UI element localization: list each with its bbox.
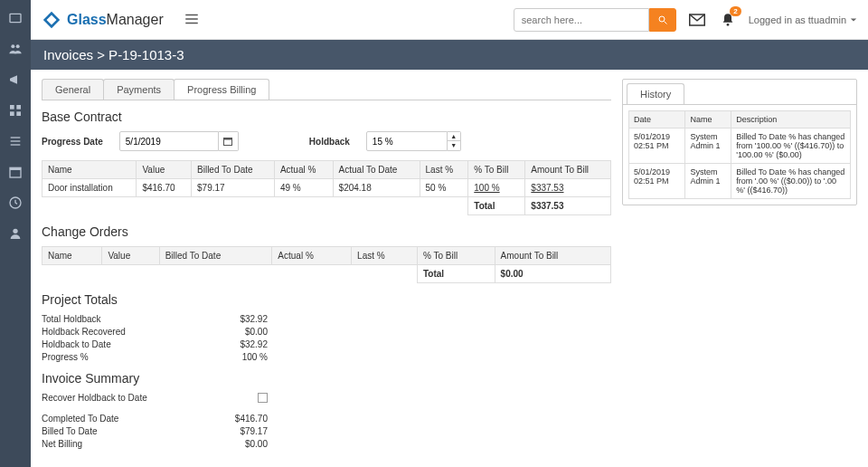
user-menu[interactable]: Logged in as ttuadmin — [749, 14, 857, 25]
logo-text-bold: Glass — [67, 12, 107, 27]
menu-toggle[interactable] — [184, 11, 200, 29]
sidebar-item-list[interactable] — [5, 130, 26, 152]
sidebar — [0, 0, 31, 467]
amount-to-bill-link[interactable]: $337.53 — [531, 183, 563, 193]
sidebar-item-dashboard[interactable] — [5, 7, 26, 29]
pct-to-bill-link[interactable]: 100 % — [474, 183, 499, 193]
notifications-button[interactable]: 2 — [718, 10, 738, 30]
login-label: Logged in as ttuadmin — [749, 14, 846, 25]
envelope-icon — [689, 14, 705, 26]
base-contract-title: Base Contract — [42, 110, 611, 124]
change-orders-table: Name Value Billed To Date Actual % Last … — [42, 246, 611, 283]
col-value: Value — [137, 161, 192, 179]
svg-rect-3 — [10, 105, 14, 110]
topbar: GlassManager 2 Logged in as ttuadmin — [31, 0, 868, 40]
svg-rect-5 — [10, 111, 14, 116]
project-totals-title: Project Totals — [42, 292, 611, 307]
spinner-down-icon[interactable]: ▼ — [448, 141, 460, 150]
history-table: Date Name Description 5/01/2019 02:51 PM… — [628, 110, 851, 199]
breadcrumb: Invoices > P-19-1013-3 — [31, 40, 868, 70]
svg-rect-16 — [185, 14, 198, 15]
col-pct-to-bill: % To Bill — [468, 161, 525, 179]
progress-date-input[interactable] — [119, 131, 219, 151]
sidebar-item-announce[interactable] — [5, 69, 26, 91]
holdback-label: Holdback — [309, 137, 350, 147]
col-actual-pct: Actual % — [274, 161, 333, 179]
svg-point-13 — [13, 229, 17, 234]
search-icon — [657, 14, 668, 25]
svg-rect-0 — [10, 14, 21, 22]
col-last-pct: Last % — [420, 161, 468, 179]
svg-rect-4 — [16, 105, 21, 110]
sidebar-item-calendar[interactable] — [5, 161, 26, 183]
change-orders-title: Change Orders — [42, 224, 611, 239]
svg-rect-18 — [185, 22, 198, 24]
notification-badge: 2 — [730, 6, 741, 16]
holdback-spinner[interactable]: ▲▼ — [448, 131, 461, 151]
holdback-input[interactable] — [366, 131, 448, 151]
svg-point-22 — [726, 24, 729, 26]
sidebar-item-time[interactable] — [5, 192, 26, 214]
history-panel: History Date Name Description 5/01/20 — [622, 79, 857, 205]
logo: GlassManager — [42, 10, 164, 30]
sidebar-item-customers[interactable] — [5, 38, 26, 60]
sidebar-item-grid[interactable] — [5, 100, 26, 121]
svg-rect-8 — [11, 140, 21, 141]
messages-button[interactable] — [687, 10, 707, 30]
svg-point-1 — [11, 44, 14, 48]
svg-rect-24 — [224, 138, 232, 140]
table-row: 5/01/2019 02:51 PM System Admin 1 Billed… — [629, 164, 851, 199]
svg-point-19 — [659, 16, 665, 22]
spinner-up-icon[interactable]: ▲ — [448, 132, 460, 141]
search-input[interactable] — [514, 8, 649, 32]
tab-progress-billing[interactable]: Progress Billing — [174, 79, 269, 100]
invoice-summary-title: Invoice Summary — [42, 371, 611, 386]
chevron-down-icon — [850, 16, 857, 24]
svg-rect-9 — [11, 144, 21, 145]
progress-date-label: Progress Date — [42, 137, 103, 147]
date-picker-button[interactable] — [219, 131, 239, 151]
recover-holdback-checkbox[interactable] — [258, 393, 268, 403]
col-name: Name — [42, 161, 137, 179]
detail-tabs: General Payments Progress Billing — [42, 79, 611, 100]
search-button[interactable] — [649, 8, 676, 32]
svg-rect-11 — [10, 167, 21, 170]
logo-text-rest: Manager — [107, 12, 164, 27]
tab-history[interactable]: History — [627, 83, 684, 104]
svg-rect-17 — [185, 18, 198, 20]
col-amount-to-bill: Amount To Bill — [525, 161, 611, 179]
svg-rect-6 — [16, 111, 21, 116]
sidebar-item-user[interactable] — [5, 223, 26, 244]
table-row: Door installation $416.70 $79.17 49 % $2… — [42, 179, 611, 197]
calendar-icon — [222, 136, 233, 147]
base-contract-table: Name Value Billed To Date Actual % Actua… — [42, 160, 611, 215]
logo-icon — [42, 10, 61, 30]
table-row: 5/01/2019 02:51 PM System Admin 1 Billed… — [629, 129, 851, 164]
svg-rect-7 — [11, 137, 21, 138]
tab-payments[interactable]: Payments — [103, 79, 175, 100]
tab-general[interactable]: General — [42, 79, 104, 100]
svg-line-20 — [664, 21, 666, 24]
svg-point-2 — [16, 44, 20, 48]
col-billed-to-date: Billed To Date — [192, 161, 275, 179]
col-actual-to-date: Actual To Date — [333, 161, 420, 179]
